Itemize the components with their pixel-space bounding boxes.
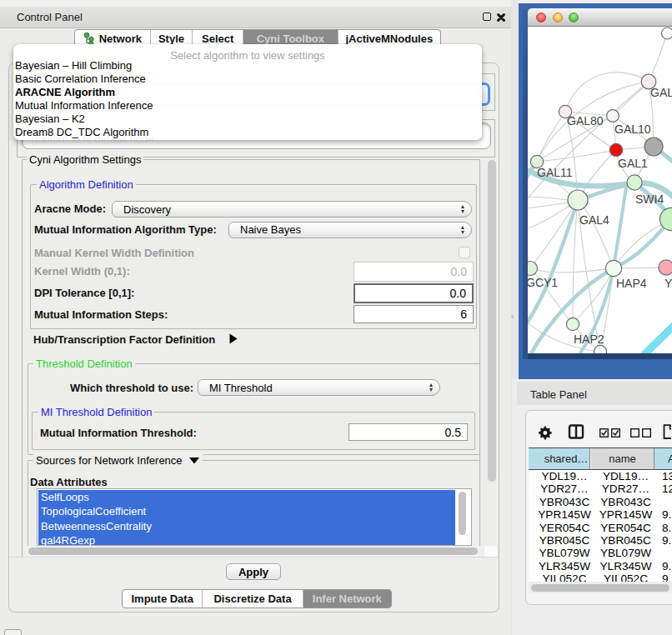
svg-text:HAP4: HAP4: [616, 277, 647, 290]
svg-text:HAP2: HAP2: [574, 332, 604, 346]
svg-text:SWI4: SWI4: [635, 192, 664, 206]
svg-text:GAL: GAL: [650, 86, 672, 99]
svg-text:GCY1: GCY1: [528, 276, 558, 289]
svg-text:Y: Y: [664, 277, 672, 290]
svg-text:GAL80: GAL80: [567, 114, 604, 128]
svg-text:GAL11: GAL11: [537, 166, 573, 179]
svg-text:GAL1: GAL1: [618, 157, 648, 170]
svg-text:GAL10: GAL10: [614, 122, 651, 136]
svg-text:GAL4: GAL4: [579, 213, 609, 227]
